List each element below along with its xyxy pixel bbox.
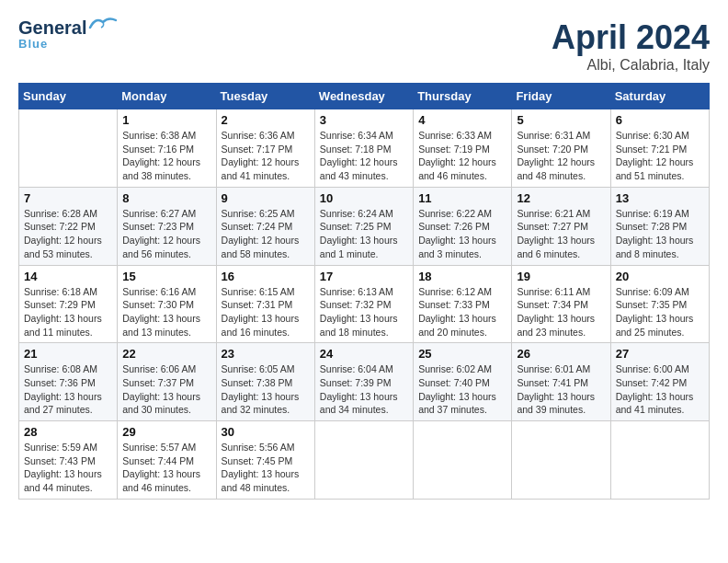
calendar-cell: 7Sunrise: 6:28 AM Sunset: 7:22 PM Daylig… (19, 187, 118, 265)
day-number: 30 (222, 425, 310, 439)
calendar-cell: 11Sunrise: 6:22 AM Sunset: 7:26 PM Dayli… (414, 187, 512, 265)
day-info: Sunrise: 6:15 AM Sunset: 7:31 PM Dayligh… (222, 285, 310, 339)
day-number: 12 (517, 191, 605, 205)
day-info: Sunrise: 6:19 AM Sunset: 7:28 PM Dayligh… (616, 207, 704, 261)
page-header: General Blue April 2024 Albi, Calabria, … (18, 18, 710, 74)
calendar-cell: 18Sunrise: 6:12 AM Sunset: 7:33 PM Dayli… (414, 265, 512, 343)
calendar-table: SundayMondayTuesdayWednesdayThursdayFrid… (18, 83, 710, 500)
day-number: 23 (222, 347, 310, 361)
day-info: Sunrise: 6:22 AM Sunset: 7:26 PM Dayligh… (418, 207, 506, 261)
logo: General Blue (18, 18, 118, 51)
day-number: 19 (517, 270, 605, 283)
day-info: Sunrise: 6:11 AM Sunset: 7:34 PM Dayligh… (517, 285, 605, 339)
calendar-cell (610, 421, 709, 500)
calendar-cell: 29Sunrise: 5:57 AM Sunset: 7:44 PM Dayli… (118, 421, 216, 500)
day-info: Sunrise: 6:08 AM Sunset: 7:36 PM Dayligh… (24, 362, 112, 417)
day-info: Sunrise: 6:33 AM Sunset: 7:19 PM Dayligh… (418, 129, 506, 183)
calendar-cell: 9Sunrise: 6:25 AM Sunset: 7:24 PM Daylig… (216, 187, 314, 265)
day-number: 16 (222, 270, 310, 283)
calendar-cell: 19Sunrise: 6:11 AM Sunset: 7:34 PM Dayli… (512, 265, 610, 343)
calendar-cell (19, 109, 118, 188)
day-info: Sunrise: 6:01 AM Sunset: 7:41 PM Dayligh… (517, 362, 605, 417)
calendar-cell: 24Sunrise: 6:04 AM Sunset: 7:39 PM Dayli… (314, 343, 413, 421)
calendar-cell: 23Sunrise: 6:05 AM Sunset: 7:38 PM Dayli… (216, 343, 314, 421)
calendar-header-row: SundayMondayTuesdayWednesdayThursdayFrid… (19, 84, 710, 109)
calendar-cell: 8Sunrise: 6:27 AM Sunset: 7:23 PM Daylig… (118, 187, 216, 265)
month-title: April 2024 (552, 18, 710, 57)
day-number: 26 (517, 347, 605, 361)
calendar-cell: 6Sunrise: 6:30 AM Sunset: 7:21 PM Daylig… (610, 109, 709, 188)
day-info: Sunrise: 6:38 AM Sunset: 7:16 PM Dayligh… (122, 129, 210, 183)
day-number: 13 (616, 191, 704, 205)
calendar-cell (512, 421, 610, 500)
day-number: 5 (517, 113, 605, 127)
calendar-cell: 15Sunrise: 6:16 AM Sunset: 7:30 PM Dayli… (118, 265, 216, 343)
day-number: 28 (24, 425, 112, 439)
day-info: Sunrise: 6:12 AM Sunset: 7:33 PM Dayligh… (418, 285, 506, 339)
calendar-week-row: 21Sunrise: 6:08 AM Sunset: 7:36 PM Dayli… (19, 343, 710, 421)
calendar-cell (414, 421, 512, 500)
day-header-saturday: Saturday (610, 84, 709, 109)
day-info: Sunrise: 5:57 AM Sunset: 7:44 PM Dayligh… (122, 441, 210, 495)
day-header-thursday: Thursday (414, 84, 512, 109)
day-number: 3 (320, 113, 408, 127)
calendar-cell: 30Sunrise: 5:56 AM Sunset: 7:45 PM Dayli… (216, 421, 314, 500)
calendar-cell: 10Sunrise: 6:24 AM Sunset: 7:25 PM Dayli… (314, 187, 413, 265)
calendar-cell: 27Sunrise: 6:00 AM Sunset: 7:42 PM Dayli… (610, 343, 709, 421)
day-info: Sunrise: 6:16 AM Sunset: 7:30 PM Dayligh… (122, 285, 210, 339)
day-info: Sunrise: 6:27 AM Sunset: 7:23 PM Dayligh… (122, 207, 210, 261)
day-number: 9 (222, 191, 310, 205)
calendar-cell: 14Sunrise: 6:18 AM Sunset: 7:29 PM Dayli… (19, 265, 118, 343)
day-info: Sunrise: 6:13 AM Sunset: 7:32 PM Dayligh… (320, 285, 408, 339)
calendar-week-row: 14Sunrise: 6:18 AM Sunset: 7:29 PM Dayli… (19, 265, 710, 343)
day-info: Sunrise: 6:31 AM Sunset: 7:20 PM Dayligh… (517, 129, 605, 183)
day-info: Sunrise: 6:34 AM Sunset: 7:18 PM Dayligh… (320, 129, 408, 183)
calendar-cell: 5Sunrise: 6:31 AM Sunset: 7:20 PM Daylig… (512, 109, 610, 188)
day-number: 17 (320, 270, 408, 283)
day-header-monday: Monday (118, 84, 216, 109)
day-info: Sunrise: 6:18 AM Sunset: 7:29 PM Dayligh… (24, 285, 112, 339)
day-info: Sunrise: 6:02 AM Sunset: 7:40 PM Dayligh… (418, 362, 506, 417)
day-info: Sunrise: 6:09 AM Sunset: 7:35 PM Dayligh… (616, 285, 704, 339)
day-info: Sunrise: 6:21 AM Sunset: 7:27 PM Dayligh… (517, 207, 605, 261)
calendar-week-row: 28Sunrise: 5:59 AM Sunset: 7:43 PM Dayli… (19, 421, 710, 500)
calendar-week-row: 7Sunrise: 6:28 AM Sunset: 7:22 PM Daylig… (19, 187, 710, 265)
day-info: Sunrise: 6:36 AM Sunset: 7:17 PM Dayligh… (222, 129, 310, 183)
calendar-cell: 13Sunrise: 6:19 AM Sunset: 7:28 PM Dayli… (610, 187, 709, 265)
day-info: Sunrise: 5:56 AM Sunset: 7:45 PM Dayligh… (222, 441, 310, 495)
day-number: 21 (24, 347, 112, 361)
calendar-week-row: 1Sunrise: 6:38 AM Sunset: 7:16 PM Daylig… (19, 109, 710, 188)
day-number: 29 (122, 425, 210, 439)
day-number: 25 (418, 347, 506, 361)
day-info: Sunrise: 6:04 AM Sunset: 7:39 PM Dayligh… (320, 362, 408, 417)
calendar-cell: 26Sunrise: 6:01 AM Sunset: 7:41 PM Dayli… (512, 343, 610, 421)
day-info: Sunrise: 6:05 AM Sunset: 7:38 PM Dayligh… (222, 362, 310, 417)
day-info: Sunrise: 6:25 AM Sunset: 7:24 PM Dayligh… (222, 207, 310, 261)
day-number: 1 (122, 113, 210, 127)
day-number: 22 (122, 347, 210, 361)
calendar-cell (314, 421, 413, 500)
day-number: 4 (418, 113, 506, 127)
day-number: 2 (222, 113, 310, 127)
day-info: Sunrise: 6:30 AM Sunset: 7:21 PM Dayligh… (616, 129, 704, 183)
day-number: 18 (418, 270, 506, 283)
day-number: 14 (24, 270, 112, 283)
calendar-cell: 21Sunrise: 6:08 AM Sunset: 7:36 PM Dayli… (19, 343, 118, 421)
calendar-cell: 20Sunrise: 6:09 AM Sunset: 7:35 PM Dayli… (610, 265, 709, 343)
day-number: 24 (320, 347, 408, 361)
day-number: 20 (616, 270, 704, 283)
day-number: 10 (320, 191, 408, 205)
calendar-cell: 25Sunrise: 6:02 AM Sunset: 7:40 PM Dayli… (414, 343, 512, 421)
location-title: Albi, Calabria, Italy (552, 57, 710, 74)
day-info: Sunrise: 6:06 AM Sunset: 7:37 PM Dayligh… (122, 362, 210, 417)
calendar-cell: 3Sunrise: 6:34 AM Sunset: 7:18 PM Daylig… (314, 109, 413, 188)
day-header-wednesday: Wednesday (314, 84, 413, 109)
day-number: 11 (418, 191, 506, 205)
calendar-cell: 22Sunrise: 6:06 AM Sunset: 7:37 PM Dayli… (118, 343, 216, 421)
day-number: 6 (616, 113, 704, 127)
calendar-cell: 4Sunrise: 6:33 AM Sunset: 7:19 PM Daylig… (414, 109, 512, 188)
day-info: Sunrise: 6:28 AM Sunset: 7:22 PM Dayligh… (24, 207, 112, 261)
day-header-sunday: Sunday (19, 84, 118, 109)
day-number: 15 (122, 270, 210, 283)
day-info: Sunrise: 6:00 AM Sunset: 7:42 PM Dayligh… (616, 362, 704, 417)
